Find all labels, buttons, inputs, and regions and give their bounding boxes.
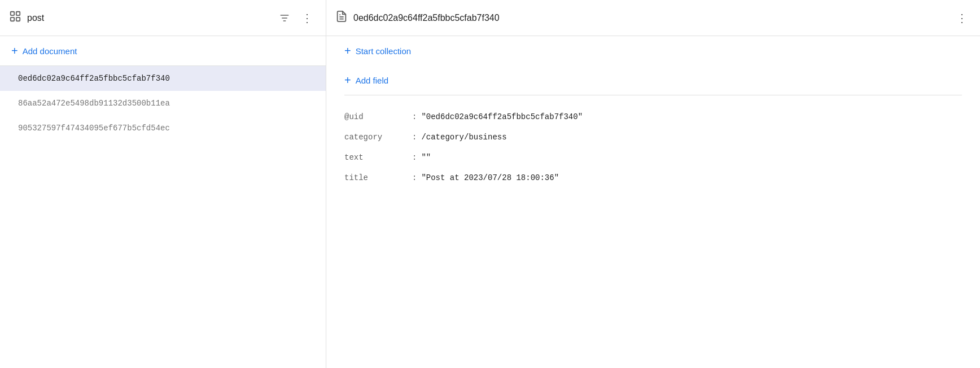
fields-section: @uid : "0ed6dc02a9c64ff2a5fbbc5cfab7f340… (344, 95, 962, 199)
field-colon-text: : (412, 153, 417, 162)
collection-icon (9, 10, 21, 25)
document-list: 0ed6dc02a9c64ff2a5fbbc5cfab7f340 86aa52a… (0, 66, 326, 368)
document-icon (335, 10, 348, 25)
right-panel-content: + Start collection + Add field @uid : "0… (326, 36, 980, 368)
field-key-text: text (344, 153, 412, 162)
field-key-category: category (344, 133, 412, 142)
add-document-plus-icon: + (11, 45, 18, 56)
left-header-left: post (9, 10, 275, 25)
right-header-left: 0ed6dc02a9c64ff2a5fbbc5cfab7f340 (335, 10, 953, 25)
add-field-button[interactable]: + Add field (344, 65, 962, 95)
field-row-text: text : "" (344, 147, 962, 168)
field-colon-title: : (412, 173, 417, 182)
document-id-2: 905327597f47434095ef677b5cfd54ec (18, 124, 170, 133)
field-colon-uid: : (412, 112, 417, 121)
document-item-2[interactable]: 905327597f47434095ef677b5cfd54ec (0, 116, 326, 141)
field-value-text: "" (421, 153, 431, 162)
left-panel-title: post (27, 13, 44, 23)
field-value-title: "Post at 2023/07/28 18:00:36" (421, 173, 559, 182)
svg-rect-2 (11, 17, 14, 21)
svg-rect-3 (16, 17, 20, 21)
right-more-dots-icon: ⋮ (956, 11, 968, 25)
left-more-button[interactable]: ⋮ (298, 8, 317, 28)
right-panel-title: 0ed6dc02a9c64ff2a5fbbc5cfab7f340 (353, 13, 500, 23)
document-item-1[interactable]: 86aa52a472e5498db91132d3500b11ea (0, 91, 326, 116)
start-collection-plus-icon: + (344, 45, 351, 56)
field-colon-category: : (412, 133, 417, 142)
right-header-actions: ⋮ (953, 8, 971, 28)
left-panel-header: post ⋮ (0, 0, 326, 36)
field-key-title: title (344, 173, 412, 182)
left-panel: post ⋮ + Add document 0ed6dc02a9c64ff2a5… (0, 0, 326, 368)
field-key-uid: @uid (344, 112, 412, 121)
svg-rect-0 (11, 12, 14, 15)
add-document-label: Add document (23, 46, 77, 56)
document-id-1: 86aa52a472e5498db91132d3500b11ea (18, 99, 170, 108)
field-value-category: /category/business (421, 133, 506, 142)
start-collection-label: Start collection (356, 46, 411, 56)
add-field-plus-icon: + (344, 75, 351, 86)
left-header-actions: ⋮ (275, 8, 317, 28)
svg-rect-1 (16, 12, 20, 15)
right-more-button[interactable]: ⋮ (953, 8, 971, 28)
right-panel-header: 0ed6dc02a9c64ff2a5fbbc5cfab7f340 ⋮ (326, 0, 980, 36)
field-row-title: title : "Post at 2023/07/28 18:00:36" (344, 168, 962, 188)
field-row-uid: @uid : "0ed6dc02a9c64ff2a5fbbc5cfab7f340… (344, 107, 962, 127)
filter-button[interactable] (275, 9, 294, 27)
field-value-uid: "0ed6dc02a9c64ff2a5fbbc5cfab7f340" (421, 112, 583, 121)
start-collection-button[interactable]: + Start collection (344, 36, 962, 65)
right-panel: 0ed6dc02a9c64ff2a5fbbc5cfab7f340 ⋮ + Sta… (326, 0, 980, 368)
field-row-category: category : /category/business (344, 127, 962, 147)
document-item-0[interactable]: 0ed6dc02a9c64ff2a5fbbc5cfab7f340 (0, 66, 326, 91)
more-dots-icon: ⋮ (301, 11, 313, 25)
add-document-button[interactable]: + Add document (0, 36, 326, 66)
add-field-label: Add field (356, 76, 388, 85)
document-id-0: 0ed6dc02a9c64ff2a5fbbc5cfab7f340 (18, 74, 170, 83)
